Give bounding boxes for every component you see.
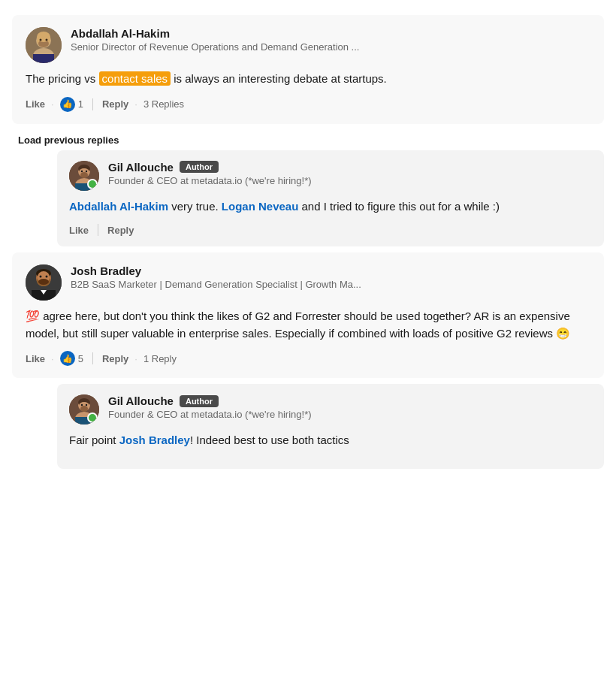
comment-body-1: The pricing vs contact sales is always a…	[26, 71, 590, 88]
comment-meta-2: Josh Bradley B2B SaaS Marketer | Demand …	[71, 264, 590, 290]
thumbs-up-icon-1: 👍	[60, 97, 75, 112]
reply-header-2: Gil Allouche Author Founder & CEO at met…	[69, 394, 592, 425]
like-count-2: 👍 5	[60, 351, 83, 366]
comment-card-1: Abdallah Al-Hakim Senior Director of Rev…	[12, 15, 604, 124]
divider-1	[92, 98, 93, 110]
separator-4: ·	[134, 353, 137, 364]
svg-point-25	[38, 279, 49, 285]
link-josh-bradley[interactable]: Josh Bradley	[119, 434, 190, 446]
like-button-1[interactable]: Like	[26, 98, 45, 110]
highlight-contact-sales: contact sales	[99, 71, 171, 86]
separator-1: ·	[51, 98, 54, 110]
comment-header-2: Josh Bradley B2B SaaS Marketer | Demand …	[26, 264, 590, 301]
comment-card-2: Josh Bradley B2B SaaS Marketer | Demand …	[12, 252, 604, 378]
author-name-2: Josh Bradley	[71, 264, 141, 277]
reply-body-1: Abdallah Al-Hakim very true. Logan Nevea…	[69, 198, 592, 216]
svg-point-35	[86, 404, 87, 406]
reply-header-1: Gil Allouche Author Founder & CEO at met…	[69, 161, 592, 191]
svg-rect-17	[75, 183, 93, 191]
author-badge-2: Author	[180, 395, 219, 407]
divider-3	[92, 352, 93, 364]
svg-point-6	[40, 39, 42, 41]
separator-3: ·	[51, 353, 54, 364]
svg-point-14	[80, 172, 88, 178]
avatar-gil-2	[69, 394, 99, 425]
replies-count-1: 3 Replies	[143, 98, 184, 110]
comment-actions-2: Like · 👍 5 Reply · 1 Reply	[26, 351, 590, 366]
reply-author-title-2: Founder & CEO at metadata.io (*we're hir…	[108, 409, 592, 420]
reply-thread-2: Gil Allouche Author Founder & CEO at met…	[57, 384, 604, 469]
reply-body-2: Fair point Josh Bradley! Indeed best to …	[69, 432, 592, 449]
reply-like-button-1[interactable]: Like	[69, 225, 89, 236]
reply-author-name-1: Gil Allouche	[108, 161, 174, 174]
like-number-2: 5	[78, 353, 83, 364]
link-logan[interactable]: Logan Neveau	[222, 200, 299, 213]
reply-card-1: Gil Allouche Author Founder & CEO at met…	[57, 150, 604, 247]
author-line-2: Josh Bradley	[71, 264, 590, 277]
reply-actions-1: Like Reply	[69, 224, 592, 236]
svg-point-16	[86, 170, 87, 171]
reply-author-line-2: Gil Allouche Author	[108, 394, 592, 407]
reply-author-line-1: Gil Allouche Author	[108, 161, 592, 174]
author-title-1: Senior Director of Revenue Operations an…	[71, 41, 590, 53]
divider-2	[98, 224, 98, 236]
svg-rect-8	[33, 54, 54, 63]
comment-thread-1: Abdallah Al-Hakim Senior Director of Rev…	[12, 15, 604, 246]
reply-thread-1: Gil Allouche Author Founder & CEO at met…	[57, 150, 604, 247]
comment-actions-1: Like · 👍 1 Reply · 3 Replies	[26, 97, 590, 112]
comment-body-2: 💯 agree here, but don't you think the li…	[26, 308, 590, 342]
reply-author-title-1: Founder & CEO at metadata.io (*we're hir…	[108, 175, 592, 186]
svg-point-7	[46, 39, 48, 41]
reply-card-2: Gil Allouche Author Founder & CEO at met…	[57, 384, 604, 469]
load-previous-replies[interactable]: Load previous replies	[12, 130, 604, 150]
svg-point-24	[46, 276, 48, 278]
svg-point-5	[37, 32, 50, 42]
author-title-2: B2B SaaS Marketer | Demand Generation Sp…	[71, 279, 590, 290]
comment-thread-2: Josh Bradley B2B SaaS Marketer | Demand …	[12, 252, 604, 469]
replies-count-2: 1 Reply	[143, 353, 177, 364]
like-button-2[interactable]: Like	[26, 353, 45, 364]
comment-header-1: Abdallah Al-Hakim Senior Director of Rev…	[26, 27, 590, 63]
svg-point-34	[81, 404, 83, 406]
reply-meta-1: Gil Allouche Author Founder & CEO at met…	[108, 161, 592, 186]
reply-button-1[interactable]: Reply	[102, 98, 128, 110]
link-abdallah[interactable]: Abdallah Al-Hakim	[69, 200, 168, 213]
svg-point-33	[80, 406, 88, 412]
thumbs-up-icon-2: 👍	[60, 351, 75, 366]
separator-2: ·	[134, 98, 137, 110]
svg-point-23	[40, 276, 42, 278]
author-name-1: Abdallah Al-Hakim	[71, 27, 170, 40]
reply-author-name-2: Gil Allouche	[108, 394, 174, 407]
avatar-josh	[26, 264, 62, 301]
reply-meta-2: Gil Allouche Author Founder & CEO at met…	[108, 394, 592, 420]
reply-button-2[interactable]: Reply	[102, 353, 128, 364]
comment-meta-1: Abdallah Al-Hakim Senior Director of Rev…	[71, 27, 590, 53]
author-line-1: Abdallah Al-Hakim	[71, 27, 590, 40]
svg-rect-36	[75, 417, 93, 425]
reply-reply-button-1[interactable]: Reply	[107, 225, 134, 236]
like-count-1: 👍 1	[60, 97, 83, 112]
avatar-gil-1	[69, 161, 99, 191]
author-badge-1: Author	[180, 161, 219, 173]
avatar	[26, 27, 62, 63]
svg-point-15	[81, 170, 83, 171]
like-number-1: 1	[78, 98, 83, 110]
